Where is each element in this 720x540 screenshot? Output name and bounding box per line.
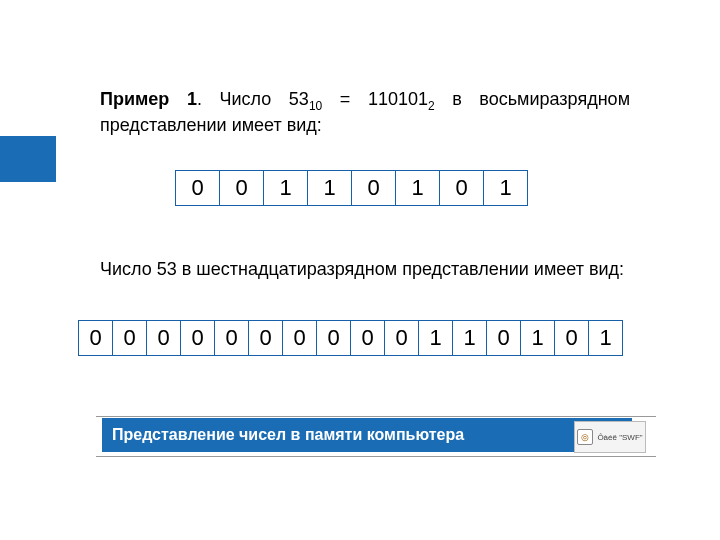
bit-cell: 1 [418,320,453,356]
bit-cell: 1 [588,320,623,356]
bit-cell: 1 [307,170,352,206]
bit-cell: 0 [214,320,249,356]
example-label: Пример 1 [100,89,197,109]
bit-cell: 0 [282,320,317,356]
bit-cell: 1 [263,170,308,206]
subscript-base-10: 10 [309,99,322,113]
text-fragment: . Число 53 [197,89,309,109]
bit-row-8: 0 0 1 1 0 1 0 1 [175,170,528,206]
bit-cell: 0 [180,320,215,356]
bit-cell: 0 [351,170,396,206]
swf-placeholder[interactable]: ◎ Ôàéë "SWF" [574,421,646,453]
bit-cell: 1 [452,320,487,356]
bit-cell: 0 [146,320,181,356]
bit-row-16: 0 0 0 0 0 0 0 0 0 0 1 1 0 1 0 1 [78,320,623,356]
bit-cell: 0 [486,320,521,356]
footer: Представление чисел в памяти компьютера … [102,416,644,456]
paragraph-16bit: Число 53 в шестнадцатиразрядном представ… [100,258,630,281]
bit-cell: 0 [248,320,283,356]
bit-cell: 0 [316,320,351,356]
footer-title-bar: Представление чисел в памяти компьютера [102,418,632,452]
footer-title: Представление чисел в памяти компьютера [112,426,464,444]
bit-cell: 1 [395,170,440,206]
bit-cell: 0 [78,320,113,356]
bit-cell: 0 [175,170,220,206]
bit-cell: 0 [384,320,419,356]
bit-cell: 0 [439,170,484,206]
accent-bar [0,136,56,182]
divider [96,416,656,417]
paragraph-example-1: Пример 1. Число 5310 = 1101012 в восьмир… [100,88,630,138]
swf-icon: ◎ [577,429,593,445]
divider [96,456,656,457]
bit-cell: 0 [554,320,589,356]
bit-cell: 1 [483,170,528,206]
text-fragment: = 110101 [322,89,428,109]
subscript-base-2: 2 [428,99,435,113]
bit-cell: 0 [350,320,385,356]
bit-cell: 0 [112,320,147,356]
swf-label: Ôàéë "SWF" [597,433,642,442]
slide: Пример 1. Число 5310 = 1101012 в восьмир… [0,0,720,540]
bit-cell: 0 [219,170,264,206]
bit-cell: 1 [520,320,555,356]
